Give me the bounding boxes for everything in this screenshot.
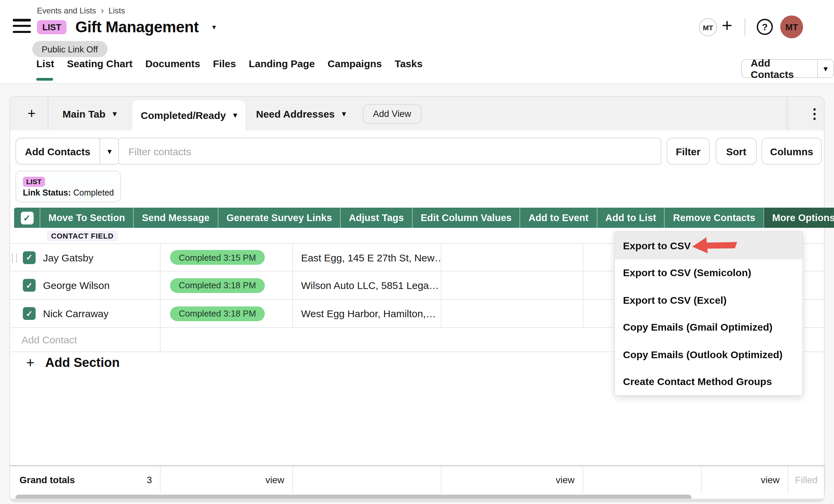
remove-contacts-button[interactable]: Remove Contacts — [664, 207, 764, 228]
totals-view-cell: view — [702, 466, 788, 493]
filter-contacts-input[interactable] — [118, 138, 661, 165]
app: Events and Lists › Lists LIST Gift Manag… — [0, 0, 834, 504]
view-tab-strip: + Main Tab ▾ Completed/Ready ▾ Need Addr… — [10, 97, 824, 130]
row-checkbox[interactable]: ✓ — [23, 251, 36, 264]
add-section-button[interactable]: + Add Section — [26, 355, 119, 371]
view-tab-main[interactable]: Main Tab ▾ — [63, 97, 116, 130]
filter-button[interactable]: Filter — [667, 138, 710, 165]
add-contacts-caret-icon[interactable]: ▾ — [99, 138, 119, 164]
empty-cell[interactable] — [441, 271, 583, 299]
breadcrumb: Events and Lists › Lists — [37, 5, 125, 16]
tab-strip-divider — [787, 97, 788, 130]
view-tab-need-addresses[interactable]: Need Addresses ▾ — [256, 97, 346, 130]
nav-tab-list[interactable]: List — [36, 58, 54, 69]
sort-button[interactable]: Sort — [716, 138, 757, 165]
tab-strip-divider — [48, 97, 48, 130]
add-to-list-button[interactable]: Add to List — [597, 207, 664, 228]
totals-empty-cell — [293, 466, 441, 493]
active-nav-tab-underline — [36, 78, 53, 81]
address-cell[interactable]: Wilson Auto LLC, 5851 Lega… — [293, 271, 441, 299]
adjust-tags-button[interactable]: Adjust Tags — [340, 207, 412, 228]
plus-icon: + — [26, 355, 35, 371]
row-checkbox[interactable]: ✓ — [23, 307, 36, 320]
list-badge: LIST — [23, 176, 45, 187]
address-cell[interactable]: East Egg, 145 E 27th St, New… — [293, 244, 441, 271]
totals-empty-cell — [583, 466, 702, 493]
generate-survey-links-button[interactable]: Generate Survey Links — [218, 207, 340, 228]
add-contacts-button[interactable]: Add Contacts ▾ — [16, 138, 120, 165]
survey-status-cell[interactable]: Completed 3:15 PM — [161, 244, 293, 271]
link-status-filter-chip[interactable]: LIST Link Status: Completed — [16, 171, 121, 202]
survey-status-cell[interactable]: Completed 3:18 PM — [161, 271, 293, 299]
add-view-button[interactable]: Add View — [363, 104, 421, 124]
add-contact-cell[interactable]: Add Contact — [10, 328, 161, 351]
row-checkbox[interactable]: ✓ — [23, 279, 36, 292]
title-caret-down-icon[interactable]: ▾ — [212, 23, 216, 31]
address-cell[interactable]: West Egg Harbor, Hamilton,… — [293, 300, 441, 327]
nav-tab-campaigns[interactable]: Campaigns — [328, 58, 382, 69]
view-link[interactable]: view — [761, 475, 780, 485]
panel-kebab-menu-icon[interactable]: ⋮ — [803, 97, 826, 130]
drag-handle-icon[interactable] — [12, 253, 17, 263]
menu-item-create-contact-method-groups[interactable]: Create Contact Method Groups — [615, 368, 803, 395]
breadcrumb-lists[interactable]: Lists — [109, 6, 125, 15]
nav-tab-seating-chart[interactable]: Seating Chart — [67, 58, 132, 69]
edit-column-values-button[interactable]: Edit Column Values — [412, 207, 520, 228]
toolbar: Add Contacts ▾ Filter Sort Columns — [16, 138, 821, 165]
add-contacts-label[interactable]: Add Contacts — [742, 60, 817, 77]
view-link[interactable]: view — [556, 475, 575, 485]
more-options-menu: Export to CSV Export to CSV (Semicolon) … — [614, 231, 803, 396]
contact-name-cell[interactable]: ✓ Jay Gatsby — [10, 244, 161, 271]
breadcrumb-events-and-lists[interactable]: Events and Lists — [37, 6, 96, 15]
hamburger-menu-icon[interactable] — [13, 19, 31, 34]
grand-totals-count: 3 — [147, 475, 152, 485]
add-tab-icon[interactable]: + — [18, 97, 45, 130]
nav-tab-tasks[interactable]: Tasks — [395, 58, 423, 69]
select-all-cell: ✓ — [14, 207, 40, 228]
list-panel: + Main Tab ▾ Completed/Ready ▾ Need Addr… — [9, 96, 825, 502]
nav-tab-landing-page[interactable]: Landing Page — [249, 58, 315, 69]
nav-tab-files[interactable]: Files — [213, 58, 236, 69]
contact-name: Jay Gatsby — [43, 252, 93, 263]
more-options-button[interactable]: More Options — [764, 207, 834, 228]
move-to-section-button[interactable]: Move To Section — [40, 207, 133, 228]
page-title: Gift Management — [75, 18, 199, 36]
nav-tabs: List Seating Chart Documents Files Landi… — [36, 58, 422, 69]
collaborator-avatar[interactable]: MT — [699, 18, 717, 36]
tab-caret-down-icon[interactable]: ▾ — [113, 110, 116, 117]
select-all-checkbox[interactable]: ✓ — [21, 211, 33, 224]
survey-status-cell[interactable]: Completed 3:18 PM — [161, 300, 293, 327]
menu-item-export-to-csv-semicolon[interactable]: Export to CSV (Semicolon) — [615, 259, 803, 286]
contact-name-cell[interactable]: ✓ Nick Carraway — [10, 300, 161, 327]
totals-view-cell: view — [441, 466, 583, 493]
empty-cell[interactable] — [441, 244, 583, 271]
add-collaborator-icon[interactable]: + — [722, 17, 732, 35]
contact-field-column-header: CONTACT FIELD — [47, 231, 117, 241]
add-to-event-button[interactable]: Add to Event — [520, 207, 597, 228]
status-badge: Completed 3:18 PM — [170, 306, 265, 321]
help-icon[interactable]: ? — [757, 19, 773, 35]
public-link-status-pill[interactable]: Public Link Off — [32, 41, 107, 57]
status-badge: Completed 3:18 PM — [170, 278, 265, 293]
add-contacts-label[interactable]: Add Contacts — [16, 138, 99, 164]
send-message-button[interactable]: Send Message — [133, 207, 218, 228]
add-contacts-caret-icon[interactable]: ▾ — [817, 60, 833, 77]
menu-item-export-to-csv-excel[interactable]: Export to CSV (Excel) — [615, 286, 803, 313]
menu-item-copy-emails-outlook[interactable]: Copy Emails (Outlook Optimized) — [615, 341, 803, 368]
tab-caret-down-icon[interactable]: ▾ — [342, 110, 346, 117]
view-tab-completed-ready-active[interactable]: Completed/Ready ▾ — [132, 100, 245, 130]
contact-name-cell[interactable]: ✓ George Wilson — [10, 271, 161, 299]
empty-cell[interactable] — [441, 300, 583, 327]
header: Events and Lists › Lists LIST Gift Manag… — [0, 0, 834, 84]
tab-caret-down-icon[interactable]: ▾ — [233, 112, 237, 119]
nav-tab-documents[interactable]: Documents — [145, 58, 200, 69]
menu-item-copy-emails-gmail[interactable]: Copy Emails (Gmail Optimized) — [615, 313, 803, 341]
chevron-right-icon: › — [101, 5, 104, 16]
totals-filled-cell: Filled — [788, 466, 825, 493]
view-link[interactable]: view — [265, 475, 284, 485]
user-avatar[interactable]: MT — [780, 16, 803, 38]
columns-button[interactable]: Columns — [762, 138, 822, 165]
bulk-action-bar: ✓ Move To Section Send Message Generate … — [14, 207, 803, 228]
grand-totals-cell: Grand totals 3 — [10, 466, 161, 493]
add-contacts-button-top[interactable]: Add Contacts ▾ — [741, 59, 834, 78]
